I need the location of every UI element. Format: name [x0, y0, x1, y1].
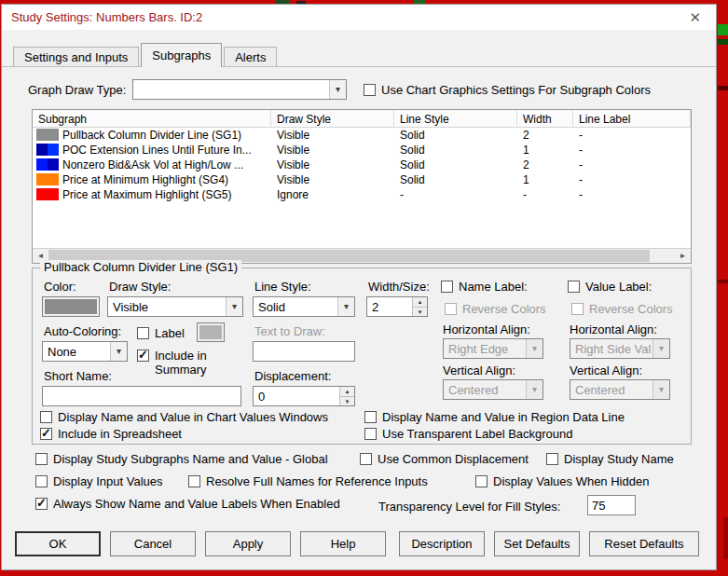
always-show-labels-checkbox[interactable]: ✓ Always Show Name and Value Labels When…	[35, 497, 340, 511]
cell-line-label: -	[579, 144, 635, 157]
scroll-right-icon[interactable]: ►	[675, 249, 691, 263]
checkbox-label: Include in Spreadsheet	[58, 427, 182, 441]
subgraph-settings-groupbox: Pullback Column Divider Line (SG1) Color…	[32, 267, 692, 445]
cell-subgraph-name: POC Extension Lines Until Future In...	[62, 144, 268, 157]
table-row[interactable]: POC Extension Lines Until Future In... V…	[33, 143, 691, 158]
cell-width: 2	[523, 129, 570, 142]
draw-style-select[interactable]: Visible ▾	[107, 296, 243, 317]
reset-defaults-button[interactable]: Reset Defaults	[589, 531, 699, 556]
resolve-full-names-checkbox[interactable]: ✓ Resolve Full Names for Reference Input…	[188, 474, 428, 488]
display-region-data-checkbox[interactable]: ✓ Display Name and Value in Region Data …	[364, 410, 625, 424]
name-label-checkbox[interactable]: ✓ Name Label:	[441, 280, 528, 294]
display-input-values-checkbox[interactable]: ✓ Display Input Values	[35, 474, 163, 488]
displacement-spinner[interactable]: 0 ▴▾	[253, 386, 355, 406]
graph-draw-type-select[interactable]: ▾	[132, 79, 347, 100]
tab-alerts[interactable]: Alerts	[224, 47, 277, 66]
display-values-when-hidden-checkbox[interactable]: ✓ Display Values When Hidden	[475, 474, 649, 488]
use-chart-graphics-checkbox[interactable]: ✓ Use Chart Graphics Settings For Subgra…	[364, 83, 651, 97]
subgraph-color-swatch	[36, 158, 59, 171]
help-button[interactable]: Help	[300, 531, 386, 556]
displacement-value: 0	[258, 390, 265, 404]
background-artifact	[718, 24, 728, 35]
column-header-draw-style[interactable]: Draw Style	[271, 110, 394, 128]
short-name-label: Short Name:	[44, 369, 112, 383]
cell-subgraph-name: Price at Maximum Highlight (SG5)	[62, 188, 268, 201]
table-row[interactable]: Price at Minimum Highlight (SG4) Visible…	[33, 172, 691, 187]
auto-coloring-label: Auto-Coloring:	[44, 324, 121, 338]
display-subgraphs-global-checkbox[interactable]: ✓ Display Study Subgraphs Name and Value…	[35, 452, 328, 466]
color-swatch	[45, 299, 97, 314]
checkbox-box: ✓	[40, 428, 52, 440]
checkbox-label: Reverse Colors	[462, 302, 546, 316]
cell-line-label: -	[579, 173, 635, 186]
spinner-up-icon[interactable]: ▴	[412, 297, 427, 307]
cell-draw-style: Visible	[277, 173, 389, 186]
include-in-spreadsheet-checkbox[interactable]: ✓ Include in Spreadsheet	[40, 427, 182, 441]
auto-coloring-select[interactable]: None ▾	[42, 341, 128, 362]
check-icon: ✓	[138, 348, 148, 362]
tab-settings-and-inputs[interactable]: Settings and Inputs	[13, 47, 139, 66]
label-checkbox[interactable]: ✓ Label	[137, 326, 185, 340]
column-header-width[interactable]: Width	[517, 110, 573, 128]
ok-button[interactable]: OK	[15, 531, 101, 556]
width-size-spinner[interactable]: 2 ▴▾	[366, 296, 428, 317]
cell-line-label: -	[579, 158, 635, 171]
checkbox-box: ✓	[35, 498, 48, 510]
label-color-picker-button[interactable]	[197, 322, 225, 342]
include-in-summary-checkbox[interactable]: ✓ Include in Summary	[137, 349, 230, 377]
table-row[interactable]: Pullback Column Divider Line (SG1) Visib…	[33, 128, 691, 143]
horizontal-align-name-value: Right Edge	[448, 342, 524, 356]
spinner-up-icon[interactable]: ▴	[339, 387, 354, 396]
checkbox-label: Use Transparent Label Background	[382, 427, 573, 441]
table-row[interactable]: Price at Maximum Highlight (SG5) Ignore …	[33, 187, 691, 202]
cell-subgraph-name: Price at Minimum Highlight (SG4)	[62, 173, 268, 186]
vertical-align-name-value: Centered	[448, 383, 524, 397]
horizontal-align-name-select: Right Edge ▾	[443, 338, 543, 359]
tab-subgraphs[interactable]: Subgraphs	[141, 43, 222, 67]
column-header-line-label[interactable]: Line Label	[573, 110, 691, 128]
short-name-input[interactable]	[42, 386, 241, 406]
cell-draw-style: Visible	[277, 158, 389, 171]
vertical-align-value-select: Centered ▾	[570, 379, 670, 400]
label-color-swatch	[199, 325, 222, 339]
vertical-align-value-label: Vertical Align:	[570, 363, 642, 377]
table-row[interactable]: Nonzero Bid&Ask Vol at High/Low ... Visi…	[33, 158, 691, 172]
checkbox-label: Resolve Full Names for Reference Inputs	[206, 474, 428, 488]
checkbox-label: Label	[155, 326, 185, 340]
close-icon[interactable]: ✕	[689, 9, 701, 26]
description-button[interactable]: Description	[399, 531, 485, 556]
cell-line-style: Solid	[400, 144, 512, 157]
text-to-draw-label: Text to Draw:	[254, 324, 325, 338]
transparency-level-label: Transparency Level for Fill Styles:	[378, 500, 560, 514]
cancel-button[interactable]: Cancel	[110, 531, 196, 556]
spinner-down-icon[interactable]: ▾	[339, 396, 354, 406]
display-study-name-checkbox[interactable]: ✓ Display Study Name	[546, 452, 674, 466]
button-label: Description	[411, 537, 472, 551]
checkbox-box: ✓	[441, 281, 453, 293]
study-settings-dialog: Study Settings: Numbers Bars. ID:2 ✕ Set…	[1, 4, 717, 570]
checkbox-label: Display Name and Value in Region Data Li…	[382, 410, 625, 424]
set-defaults-button[interactable]: Set Defaults	[494, 531, 580, 556]
color-picker-button[interactable]	[42, 296, 100, 317]
display-chart-values-checkbox[interactable]: ✓ Display Name and Value in Chart Values…	[40, 410, 328, 424]
titlebar: Study Settings: Numbers Bars. ID:2 ✕	[2, 5, 716, 30]
cell-subgraph-name: Pullback Column Divider Line (SG1)	[62, 129, 268, 142]
column-header-subgraph[interactable]: Subgraph	[33, 110, 271, 128]
checkbox-label: Display Name and Value in Chart Values W…	[58, 410, 328, 424]
use-common-displacement-checkbox[interactable]: ✓ Use Common Displacement	[360, 452, 529, 466]
apply-button[interactable]: Apply	[205, 531, 291, 556]
value-label-checkbox[interactable]: ✓ Value Label:	[568, 280, 652, 294]
transparency-level-input[interactable]	[587, 495, 636, 515]
displacement-label: Displacement:	[254, 369, 331, 383]
checkbox-box: ✓	[188, 475, 200, 487]
checkbox-box: ✓	[364, 428, 377, 440]
button-label: OK	[49, 537, 67, 551]
cell-subgraph-name: Nonzero Bid&Ask Vol at High/Low ...	[62, 158, 268, 171]
spinner-down-icon[interactable]: ▾	[412, 307, 427, 317]
checkbox-label: Use Common Displacement	[378, 452, 529, 466]
transparent-label-background-checkbox[interactable]: ✓ Use Transparent Label Background	[364, 427, 573, 441]
line-style-select[interactable]: Solid ▾	[253, 296, 355, 317]
subgraph-color-swatch	[36, 188, 59, 200]
reverse-colors-name-checkbox: ✓ Reverse Colors	[445, 302, 546, 316]
column-header-line-style[interactable]: Line Style	[394, 110, 517, 128]
